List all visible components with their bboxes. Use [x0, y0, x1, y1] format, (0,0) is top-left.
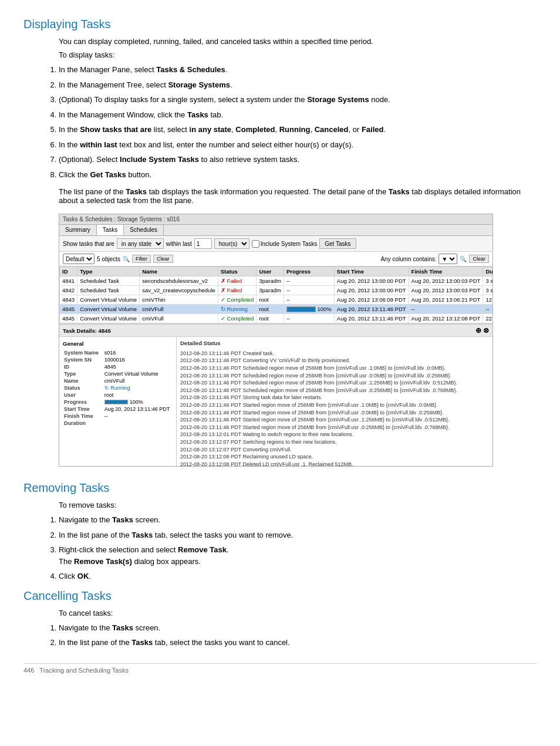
- displaying-step-7: (Optional). Select Include System Tasks …: [59, 154, 537, 166]
- cell-progress: --: [284, 286, 334, 295]
- page-footer: 446 Tracking and Scheduling Tasks: [23, 663, 537, 674]
- clear-button[interactable]: Clear: [153, 255, 173, 263]
- status-line: 2012-08-20 13:11:46 PDT Converting VV 'c…: [180, 357, 489, 364]
- general-field-row: ID4845: [63, 363, 173, 370]
- cell-name: secondscehdulesorsav_v2: [140, 276, 218, 286]
- screenshot-toolbar: Show tasks that are in any state Complet…: [59, 236, 492, 252]
- include-system-tasks-checkbox[interactable]: [252, 240, 259, 248]
- filter-button[interactable]: Filter: [132, 255, 151, 263]
- include-system-tasks-label[interactable]: Include System Tasks: [252, 240, 318, 248]
- displaying-to-display: To display tasks:: [59, 50, 537, 59]
- table-row[interactable]: 4843 Convert Virtual Volume cmiVThin ✓ C…: [60, 295, 493, 305]
- status-line: 2012-08-20 13:11:46 PDT Started region m…: [180, 424, 489, 431]
- cell-start-time: Aug 20, 2012 13:00:00 PDT: [334, 286, 409, 295]
- within-last-input[interactable]: [194, 238, 212, 249]
- col-duration: Duration: [483, 267, 492, 276]
- tab-schedules[interactable]: Schedules: [124, 225, 164, 235]
- displaying-step-2: In the Management Tree, select Storage S…: [59, 79, 537, 91]
- cell-duration: 3 seconds: [483, 286, 492, 295]
- general-field-value: 4845: [103, 363, 173, 370]
- general-field-row: Start TimeAug 20, 2012 13:11:46 PDT: [63, 406, 173, 413]
- cell-name: cmiVThin: [140, 295, 218, 305]
- cell-type: Convert Virtual Volume: [77, 314, 140, 323]
- task-general-panel: General System Names016System SN1000016I…: [59, 337, 177, 466]
- status-line: 2012-08-20 13:11:46 PDT Scheduled region…: [180, 379, 489, 387]
- cell-status: ✗ Failed: [218, 276, 257, 286]
- period-select[interactable]: hour(s) day(s): [214, 238, 249, 249]
- task-detail-title: Task Details: 4845 ⊕ ⊗: [59, 325, 492, 337]
- titlebar-text: Tasks & Schedules : Storage Systems : s0…: [63, 216, 180, 222]
- general-field-value: [103, 420, 173, 427]
- progress-bar: [286, 306, 316, 312]
- cell-start-time: Aug 20, 2012 13:00:00 PDT: [334, 276, 409, 286]
- general-field-key: Progress: [63, 399, 103, 406]
- general-field-row: Userroot: [63, 391, 173, 399]
- col-name: Name: [140, 267, 218, 276]
- general-field-value: ↻ Running: [103, 384, 173, 391]
- col-finish-time: Finish Time: [409, 267, 483, 276]
- cell-user: 3paradm: [257, 276, 284, 286]
- table-row[interactable]: 4842 Scheduled Task sav_v2_createvcopysc…: [60, 286, 493, 295]
- status-line: 2012-08-20 13:12:08 PDT Reclaiming unuse…: [180, 453, 489, 461]
- general-field-value: --: [103, 413, 173, 420]
- general-field-row: Duration: [63, 420, 173, 427]
- displaying-step-1: In the Manager Pane, select Tasks & Sche…: [59, 64, 537, 76]
- table-row[interactable]: 4845 Convert Virtual Volume cmiVFull ✓ C…: [60, 314, 493, 323]
- state-select[interactable]: in any state Completed Running Canceled …: [117, 238, 164, 249]
- show-tasks-label: Show tasks that are: [63, 241, 114, 247]
- cell-name: cmiVFull: [140, 305, 218, 314]
- table-row[interactable]: 4845 Convert Virtual Volume cmiVFull ↻ R…: [60, 305, 493, 314]
- col-type: Type: [77, 267, 140, 276]
- general-field-value: s016: [103, 349, 173, 356]
- cell-status: ✓ Completed: [218, 314, 257, 323]
- detailed-status-label: Detailed Status: [180, 339, 489, 347]
- general-field-row: System Names016: [63, 349, 173, 356]
- tab-summary[interactable]: Summary: [59, 225, 97, 235]
- cancelling-tasks-title: Cancelling Tasks: [23, 589, 537, 603]
- displaying-intro: You can display completed, running, fail…: [59, 37, 537, 46]
- displaying-step-6: In the within last text box and list, en…: [59, 139, 537, 151]
- status-line: 2012-08-20 13:11:46 PDT Started region m…: [180, 401, 489, 409]
- cell-finish-time: Aug 20, 2012 13:00:03 PDT: [409, 286, 483, 295]
- cell-type: Convert Virtual Volume: [77, 305, 140, 314]
- tab-tasks[interactable]: Tasks: [97, 225, 124, 235]
- cell-duration: 22 seconds: [483, 314, 492, 323]
- general-field-row: TypeConvert Virtual Volume: [63, 370, 173, 377]
- general-field-key: User: [63, 391, 103, 399]
- cell-start-time: Aug 20, 2012 13:06:09 PDT: [334, 295, 409, 305]
- general-field-key: Type: [63, 370, 103, 377]
- general-field-value: Aug 20, 2012 13:11:46 PDT: [103, 406, 173, 413]
- column-filter-select[interactable]: ▼: [438, 254, 457, 264]
- search-clear-button[interactable]: Clear: [469, 255, 489, 263]
- get-tasks-button[interactable]: Get Tasks: [319, 238, 356, 249]
- table-row[interactable]: 4841 Scheduled Task secondscehdulesorsav…: [60, 276, 493, 286]
- task-detail-title-text: Task Details: 4845: [63, 328, 111, 334]
- cell-duration: --: [483, 305, 492, 314]
- general-field-row: Progress 100%: [63, 399, 173, 406]
- general-field-row: Status↻ Running: [63, 384, 173, 391]
- screenshot-tabs[interactable]: Summary Tasks Schedules: [59, 225, 492, 236]
- table-header-row: ID Type Name Status User Progress Start …: [60, 267, 493, 276]
- general-field-key: Duration: [63, 420, 103, 427]
- cell-finish-time: --: [409, 305, 483, 314]
- removing-step-4: Click OK.: [59, 571, 537, 582]
- general-label: General: [63, 340, 173, 347]
- general-field-key: Start Time: [63, 406, 103, 413]
- default-select[interactable]: Default: [63, 254, 95, 264]
- general-field-value: cmiVFull: [103, 377, 173, 384]
- cell-status: ↻ Running: [218, 305, 257, 314]
- cell-finish-time: Aug 20, 2012 13:00:03 PDT: [409, 276, 483, 286]
- status-line: 2012-08-20 13:11:46 PDT Created task.: [180, 350, 489, 357]
- cell-user: 3paradm: [257, 286, 284, 295]
- filter-right: Any column contains: ▼ 🔍 Clear: [380, 254, 489, 264]
- general-field-key: Status: [63, 384, 103, 391]
- cell-id: 4842: [60, 286, 77, 295]
- cell-status: ✓ Completed: [218, 295, 257, 305]
- screenshot: Tasks & Schedules : Storage Systems : s0…: [59, 214, 493, 467]
- cell-id: 4841: [60, 276, 77, 286]
- cancelling-step-2: In the list pane of the Tasks tab, selec…: [59, 637, 537, 649]
- cell-id: 4843: [60, 295, 77, 305]
- removing-step-2: In the list pane of the Tasks tab, selec…: [59, 529, 537, 541]
- col-id: ID: [60, 267, 77, 276]
- removing-step-3: Right-click the selection and select Rem…: [59, 544, 537, 567]
